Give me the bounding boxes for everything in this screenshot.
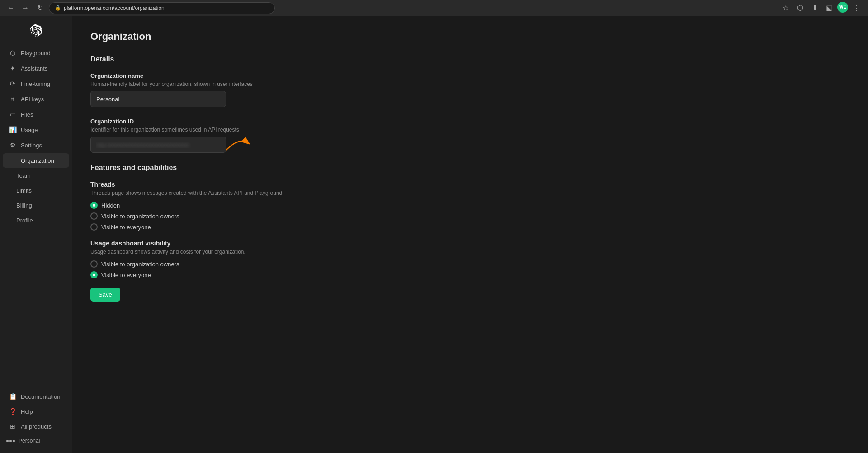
fine-tuning-icon: ⟳ [9, 80, 16, 87]
files-icon: ▭ [9, 111, 16, 118]
sidebar-item-profile-label: Profile [16, 217, 33, 224]
sidebar-item-limits[interactable]: Limits [3, 184, 69, 198]
api-keys-icon: ⌗ [9, 95, 16, 103]
profile-button[interactable]: ⬕ [823, 2, 835, 14]
usage-visibility-title: Usage dashboard visibility [90, 240, 850, 247]
usage-everyone-label: Visible to everyone [101, 272, 151, 278]
usage-visibility-hint: Usage dashboard shows activity and costs… [90, 249, 850, 255]
usage-org-owners-label: Visible to organization owners [101, 261, 179, 268]
sidebar-item-playground-label: Playground [21, 50, 51, 57]
organization-icon [9, 157, 16, 164]
org-name-field-group: Organization name Human-friendly label f… [90, 72, 850, 107]
extensions-button[interactable]: ⬡ [794, 2, 807, 14]
org-id-wrapper [90, 137, 226, 153]
sidebar: ⬡ Playground ✦ Assistants ⟳ Fine-tuning … [0, 16, 72, 453]
threads-title: Threads [90, 181, 850, 188]
workspace-label: Personal [0, 434, 72, 448]
sidebar-item-assistants-label: Assistants [21, 65, 47, 72]
download-button[interactable]: ⬇ [808, 2, 821, 14]
sidebar-item-usage-label: Usage [21, 127, 38, 133]
threads-everyone-label: Visible to everyone [101, 224, 151, 231]
browser-user-avatar: WE [837, 2, 848, 13]
sidebar-item-billing-label: Billing [16, 202, 32, 209]
org-name-input[interactable] [90, 91, 226, 107]
usage-radio-group: Visible to organization owners Visible t… [90, 260, 850, 278]
threads-hint: Threads page shows messages created with… [90, 190, 850, 196]
sidebar-item-all-products[interactable]: ⊞ All products [3, 419, 69, 434]
usage-visibility-subsection: Usage dashboard visibility Usage dashboa… [90, 240, 850, 278]
sidebar-item-all-products-label: All products [21, 423, 52, 430]
threads-org-owners-label: Visible to organization owners [101, 213, 179, 220]
sidebar-item-help[interactable]: ❓ Help [3, 404, 69, 419]
help-icon: ❓ [9, 408, 16, 415]
org-id-input[interactable] [90, 137, 226, 153]
sidebar-item-assistants[interactable]: ✦ Assistants [3, 61, 69, 76]
threads-radio-group: Hidden Visible to organization owners Vi… [90, 202, 850, 231]
save-button[interactable]: Save [90, 288, 120, 302]
page-title: Organization [90, 31, 850, 42]
threads-everyone-radio[interactable] [90, 223, 98, 231]
usage-org-owners-option[interactable]: Visible to organization owners [90, 260, 850, 268]
arrow-annotation [222, 132, 253, 155]
threads-everyone-option[interactable]: Visible to everyone [90, 223, 850, 231]
sidebar-item-fine-tuning-label: Fine-tuning [21, 80, 50, 87]
usage-everyone-radio[interactable] [90, 271, 98, 278]
assistants-icon: ✦ [9, 65, 16, 72]
sidebar-item-help-label: Help [21, 408, 33, 415]
sidebar-item-api-keys[interactable]: ⌗ API keys [3, 92, 69, 106]
bookmark-button[interactable]: ☆ [779, 2, 792, 14]
usage-org-owners-radio[interactable] [90, 260, 98, 268]
sidebar-item-documentation[interactable]: 📋 Documentation [3, 389, 69, 404]
sidebar-item-fine-tuning[interactable]: ⟳ Fine-tuning [3, 76, 69, 91]
address-bar[interactable]: 🔒 platform.openai.com/account/organizati… [49, 2, 275, 14]
sidebar-item-limits-label: Limits [16, 187, 32, 194]
sidebar-item-billing[interactable]: Billing [3, 198, 69, 212]
sidebar-item-team[interactable]: Team [3, 169, 69, 183]
documentation-icon: 📋 [9, 393, 16, 400]
features-section: Features and capabilities Threads Thread… [90, 164, 850, 302]
sidebar-item-organization[interactable]: Organization [3, 153, 69, 168]
sidebar-item-settings[interactable]: ⚙ Settings [3, 138, 69, 152]
url-text: platform.openai.com/account/organization [64, 5, 165, 11]
main-content: Organization Details Organization name H… [72, 16, 868, 453]
org-id-field-group: Organization ID Identifier for this orga… [90, 118, 850, 153]
sidebar-item-files-label: Files [21, 111, 33, 118]
org-id-label: Organization ID [90, 118, 850, 125]
threads-subsection: Threads Threads page shows messages crea… [90, 181, 850, 231]
forward-button[interactable]: → [20, 3, 31, 14]
sidebar-item-playground[interactable]: ⬡ Playground [3, 46, 69, 60]
sidebar-item-files[interactable]: ▭ Files [3, 107, 69, 122]
app-logo [29, 24, 43, 38]
playground-icon: ⬡ [9, 49, 16, 57]
org-id-hint: Identifier for this organization sometim… [90, 127, 850, 133]
sidebar-item-api-keys-label: API keys [21, 96, 44, 103]
settings-icon: ⚙ [9, 142, 16, 149]
threads-hidden-radio[interactable] [90, 202, 98, 209]
reload-button[interactable]: ↻ [34, 3, 45, 14]
sidebar-item-profile[interactable]: Profile [3, 213, 69, 227]
sidebar-item-settings-label: Settings [21, 142, 42, 149]
menu-button[interactable]: ⋮ [850, 2, 863, 14]
org-name-hint: Human-friendly label for your organizati… [90, 81, 850, 87]
threads-org-owners-radio[interactable] [90, 212, 98, 220]
threads-org-owners-option[interactable]: Visible to organization owners [90, 212, 850, 220]
workspace-name: Personal [19, 438, 40, 444]
usage-icon: 📊 [9, 126, 16, 133]
sidebar-item-usage[interactable]: 📊 Usage [3, 123, 69, 137]
threads-hidden-label: Hidden [101, 202, 120, 209]
features-section-title: Features and capabilities [90, 164, 850, 172]
browser-chrome: ← → ↻ 🔒 platform.openai.com/account/orga… [0, 0, 868, 16]
org-name-label: Organization name [90, 72, 850, 79]
sidebar-item-organization-label: Organization [21, 157, 54, 164]
usage-everyone-option[interactable]: Visible to everyone [90, 271, 850, 278]
details-section-title: Details [90, 55, 850, 63]
browser-actions: ☆ ⬡ ⬇ ⬕ WE ⋮ [779, 2, 863, 14]
threads-hidden-option[interactable]: Hidden [90, 202, 850, 209]
back-button[interactable]: ← [5, 3, 16, 14]
sidebar-item-documentation-label: Documentation [21, 393, 60, 400]
sidebar-item-team-label: Team [16, 172, 31, 179]
all-products-icon: ⊞ [9, 423, 16, 430]
workspace-dots-icon [6, 440, 15, 442]
lock-icon: 🔒 [55, 5, 61, 11]
